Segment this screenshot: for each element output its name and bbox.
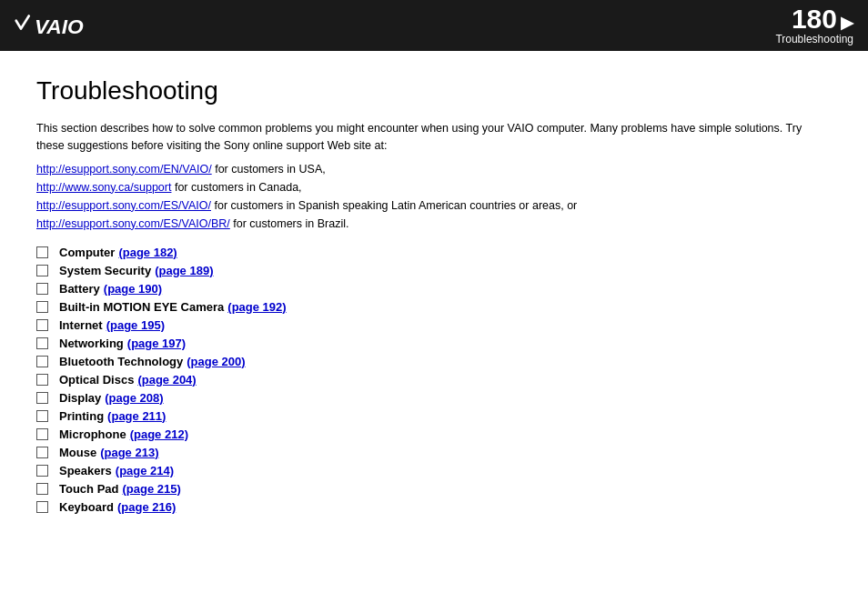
toc-list-item: Internet(page 195) <box>36 318 832 332</box>
toc-list-item: Microphone(page 212) <box>36 427 832 441</box>
toc-list-item: Computer(page 182) <box>36 246 832 259</box>
toc-item-label: Internet <box>59 318 103 332</box>
toc-item-label: Touch Pad <box>59 482 118 496</box>
checkbox-icon <box>36 501 48 513</box>
toc-item-page-link[interactable]: (page 214) <box>116 464 174 477</box>
toc-item-label: Printing <box>59 409 104 423</box>
checkbox-icon <box>36 447 48 458</box>
header-right: 180 ▶ Troubleshooting <box>775 5 853 45</box>
toc-item-page-link[interactable]: (page 195) <box>106 318 165 332</box>
toc-item-label: Mouse <box>59 446 96 459</box>
checkbox-icon <box>36 301 48 313</box>
toc-list-item: Printing(page 211) <box>36 409 832 423</box>
link-suffix-3: for customers in Spanish speaking Latin … <box>211 199 577 212</box>
toc-item-page-link[interactable]: (page 213) <box>100 446 158 459</box>
logo-area: VAIO <box>15 13 95 38</box>
toc-item-page-link[interactable]: (page 200) <box>187 355 245 368</box>
toc-list-item: Speakers(page 214) <box>36 464 832 477</box>
link-ca-support[interactable]: http://www.sony.ca/support <box>36 181 171 194</box>
toc-item-page-link[interactable]: (page 192) <box>227 300 286 314</box>
toc-item-label: Networking <box>59 337 124 350</box>
link-suffix-4: for customers in Brazil. <box>230 217 349 230</box>
toc-item-page-link[interactable]: (page 208) <box>105 391 163 405</box>
page-title: Troubleshooting <box>36 76 832 106</box>
toc-list-item: Built-in MOTION EYE Camera(page 192) <box>36 300 832 314</box>
link-suffix-2: for customers in Canada, <box>171 181 301 194</box>
toc-item-label: System Security <box>59 264 151 277</box>
toc-item-label: Microphone <box>59 427 126 441</box>
toc-list-item: Touch Pad(page 215) <box>36 482 832 496</box>
toc-item-label: Optical Discs <box>59 373 134 387</box>
toc-item-page-link[interactable]: (page 190) <box>104 282 162 296</box>
checkbox-icon <box>36 265 48 276</box>
svg-text:VAIO: VAIO <box>35 15 84 38</box>
checkbox-icon <box>36 319 48 331</box>
toc-list-item: Networking(page 197) <box>36 337 832 350</box>
toc-item-page-link[interactable]: (page 215) <box>122 482 180 496</box>
intro-paragraph: This section describes how to solve comm… <box>36 120 832 155</box>
link-line-4: http://esupport.sony.com/ES/VAIO/BR/ for… <box>36 215 832 233</box>
checkbox-icon <box>36 428 48 440</box>
toc-item-label: Bluetooth Technology <box>59 355 183 368</box>
toc-item-label: Display <box>59 391 101 405</box>
toc-list-item: System Security(page 189) <box>36 264 832 277</box>
header: VAIO 180 ▶ Troubleshooting <box>0 0 868 51</box>
toc-list-item: Display(page 208) <box>36 391 832 405</box>
header-arrow-icon: ▶ <box>841 13 853 33</box>
toc-item-page-link[interactable]: (page 216) <box>117 500 176 514</box>
vaio-logo-icon: VAIO <box>15 13 95 38</box>
toc-item-page-link[interactable]: (page 211) <box>107 409 166 423</box>
toc-list: Computer(page 182)System Security(page 1… <box>36 246 832 514</box>
toc-list-item: Mouse(page 213) <box>36 446 832 459</box>
toc-item-page-link[interactable]: (page 182) <box>118 246 177 259</box>
toc-item-label: Keyboard <box>59 500 114 514</box>
toc-list-item: Bluetooth Technology(page 200) <box>36 355 832 368</box>
checkbox-icon <box>36 283 48 295</box>
page-number: 180 <box>792 5 837 33</box>
link-es-vaio[interactable]: http://esupport.sony.com/ES/VAIO/ <box>36 199 211 212</box>
toc-item-page-link[interactable]: (page 189) <box>155 264 213 277</box>
toc-list-item: Optical Discs(page 204) <box>36 373 832 387</box>
checkbox-icon <box>36 337 48 349</box>
checkbox-icon <box>36 483 48 495</box>
toc-list-item: Battery(page 190) <box>36 282 832 296</box>
link-line-3: http://esupport.sony.com/ES/VAIO/ for cu… <box>36 196 832 215</box>
toc-item-page-link[interactable]: (page 197) <box>127 337 186 350</box>
toc-item-page-link[interactable]: (page 204) <box>137 373 196 387</box>
toc-item-label: Speakers <box>59 464 112 477</box>
links-block: http://esupport.sony.com/EN/VAIO/ for cu… <box>36 160 832 233</box>
link-en-vaio[interactable]: http://esupport.sony.com/EN/VAIO/ <box>36 163 212 176</box>
main-content: Troubleshooting This section describes h… <box>0 51 868 613</box>
checkbox-icon <box>36 374 48 386</box>
link-line-1: http://esupport.sony.com/EN/VAIO/ for cu… <box>36 160 832 178</box>
toc-item-page-link[interactable]: (page 212) <box>130 427 188 441</box>
checkbox-icon <box>36 465 48 477</box>
toc-item-label: Computer <box>59 246 115 259</box>
link-line-2: http://www.sony.ca/support for customers… <box>36 178 832 196</box>
toc-list-item: Keyboard(page 216) <box>36 500 832 514</box>
toc-item-label: Built-in MOTION EYE Camera <box>59 300 224 314</box>
checkbox-icon <box>36 356 48 367</box>
header-section-title: Troubleshooting <box>775 33 853 45</box>
checkbox-icon <box>36 246 48 258</box>
checkbox-icon <box>36 410 48 422</box>
toc-item-label: Battery <box>59 282 100 296</box>
link-suffix-1: for customers in USA, <box>212 163 326 176</box>
checkbox-icon <box>36 392 48 404</box>
link-es-vaio-br[interactable]: http://esupport.sony.com/ES/VAIO/BR/ <box>36 217 230 230</box>
